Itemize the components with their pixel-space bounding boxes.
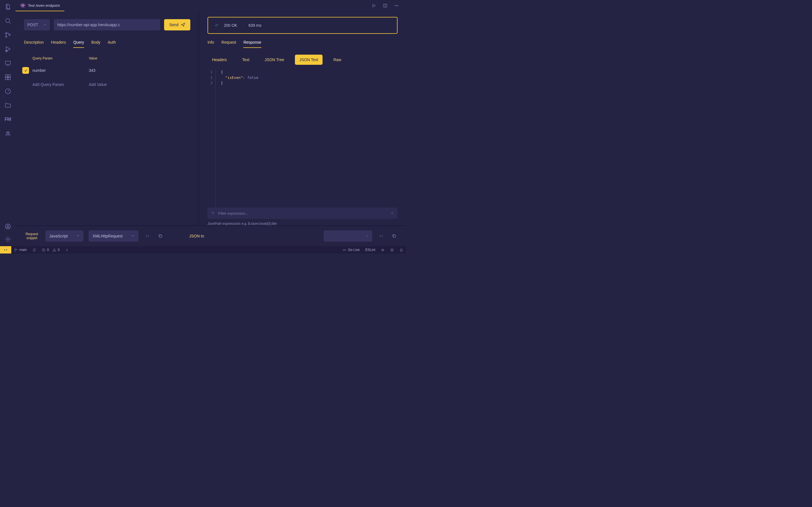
chevron-down-icon [76,234,80,238]
code-icon[interactable] [144,232,151,240]
copy-icon[interactable] [390,232,398,240]
split-editor-icon[interactable] [381,2,389,10]
folder-icon[interactable] [4,101,12,109]
fm-icon[interactable]: FM [4,115,12,123]
svg-point-19 [396,5,397,6]
svg-point-12 [7,132,8,133]
svg-point-25 [17,249,17,250]
tab-title: Test /even endpoint [28,3,60,8]
query-header-param: Query Param [33,56,89,60]
response-tab-request[interactable]: Request [221,40,236,48]
go-live-label: Go Live [348,248,359,252]
svg-point-18 [395,5,395,6]
extensions-icon[interactable] [4,73,12,81]
svg-rect-21 [160,235,162,237]
copy-icon[interactable] [156,232,164,240]
response-tab-response[interactable]: Response [243,40,261,48]
subtab-headers[interactable]: Headers [207,55,232,65]
code-body[interactable]: { "isEven": false} [215,69,258,208]
status-bar: main 0 0 Go Live ESLint [0,246,406,253]
response-tab-info[interactable]: Info [207,40,214,48]
request-tab-description[interactable]: Description [24,40,44,48]
send-icon [181,22,185,27]
svg-rect-9 [8,77,10,80]
editor-tab[interactable]: 👾 Test /even endpoint [15,0,64,11]
status-check-icon [214,23,219,28]
svg-point-27 [67,249,67,249]
snippet-lang-select[interactable]: JavaScript [45,230,84,242]
json-to-label: JSON to [189,234,204,238]
json-to-select[interactable] [324,230,372,242]
svg-point-23 [15,249,15,249]
activity-bar: FM [0,0,15,246]
sync-icon[interactable] [30,246,39,253]
more-icon[interactable] [393,2,400,10]
source-control-icon[interactable] [4,31,12,39]
git-branch[interactable]: main [11,246,30,253]
filter-input[interactable]: Filter expression... [207,208,398,219]
remote-explorer-icon[interactable] [4,59,12,67]
account-icon[interactable] [4,223,12,230]
settings-gear-icon[interactable] [4,235,12,243]
url-input[interactable]: https://number-api-app.herokuapp.c [54,19,160,31]
go-live[interactable]: Go Live [340,248,362,252]
svg-point-33 [391,249,392,249]
query-param-name[interactable]: number [33,68,89,73]
eslint[interactable]: ESLint [363,248,378,252]
gauge-icon[interactable] [4,87,12,95]
eslint-label: ESLint [365,248,375,252]
snippet-label: Requestsnippet [23,232,40,240]
send-button[interactable]: Send [164,19,190,31]
svg-point-11 [6,131,9,134]
problems-errors[interactable]: 0 0 [39,246,62,253]
svg-point-20 [398,5,398,6]
svg-point-31 [383,249,383,250]
url-text: https://number-api-app.herokuapp.c [57,22,120,27]
subtab-json-tree[interactable]: JSON Tree [260,55,289,65]
warning-count: 0 [58,248,60,252]
debug-icon[interactable] [4,45,12,53]
tab-bar: 👾 Test /even endpoint [15,0,406,11]
remote-indicator[interactable] [0,246,11,253]
bell-icon[interactable] [397,248,406,252]
query-add-row: Add Query Param Add Value [33,82,190,87]
svg-rect-29 [382,249,384,251]
status-code: 200 OK [224,23,237,27]
json-view: 123 { "isEven": false} [207,69,398,208]
search-icon[interactable] [4,17,12,25]
svg-point-30 [382,249,383,250]
svg-point-24 [15,250,15,251]
subtab-raw[interactable]: Raw [329,55,346,65]
explorer-icon[interactable] [4,3,12,11]
snippet-client: XMLHttpRequest [93,234,123,238]
code-icon[interactable] [377,232,385,240]
octopus-icon[interactable] [4,129,12,137]
response-sub-tabs: HeadersTextJSON TreeJSON TextRaw [207,55,398,65]
line-gutter: 123 [207,69,215,208]
add-query-param[interactable]: Add Query Param [33,82,89,87]
query-param-value[interactable]: 343 [89,68,95,73]
svg-rect-5 [5,61,10,64]
svg-rect-22 [393,235,396,237]
tab-octopus-icon: 👾 [20,3,26,8]
status-time: 639 ms [248,23,261,27]
request-tab-auth[interactable]: Auth [108,40,116,48]
subtab-text[interactable]: Text [238,55,254,65]
request-tab-query[interactable]: Query [73,40,84,48]
request-tab-body[interactable]: Body [91,40,100,48]
svg-point-15 [7,225,9,227]
clear-filter-icon[interactable] [390,211,394,216]
port-icon[interactable] [62,246,71,253]
request-tab-headers[interactable]: Headers [51,40,66,48]
feedback-icon[interactable] [388,248,397,252]
run-icon[interactable] [370,2,378,10]
snippet-client-select[interactable]: XMLHttpRequest [89,230,139,242]
svg-point-1 [5,33,7,34]
status-box: 200 OK · 639 ms [207,17,398,34]
method-select[interactable]: POST [24,19,50,31]
request-tabs: DescriptionHeadersQueryBodyAuth [24,40,190,48]
add-query-value[interactable]: Add Value [89,82,107,87]
copilot-icon[interactable] [378,248,388,252]
subtab-json-text[interactable]: JSON Text [295,55,323,65]
query-row-checkbox[interactable] [22,67,29,74]
